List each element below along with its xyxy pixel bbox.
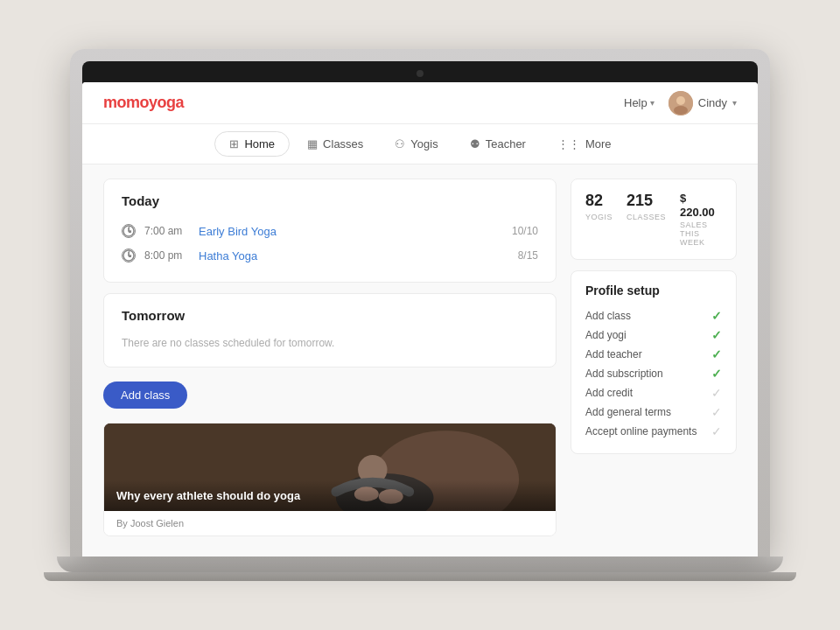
- add-class-row: Add class: [103, 378, 556, 412]
- tomorrow-empty-message: There are no classes scheduled for tomor…: [122, 333, 538, 353]
- profile-item-add-credit: Add credit ✓: [585, 383, 722, 402]
- class-item: 7:00 am Early Bird Yoga 10/10: [122, 219, 538, 243]
- profile-item-add-class: Add class ✓: [585, 306, 722, 326]
- check-icon-gray: ✓: [711, 405, 722, 419]
- today-card: Today 7:00 am: [103, 178, 556, 283]
- profile-item-label: Add teacher: [585, 348, 642, 360]
- screen-bezel: momoyoga Help ▾: [82, 61, 758, 556]
- profile-item-online-payments: Accept online payments ✓: [585, 422, 722, 441]
- header: momoyoga Help ▾: [82, 82, 758, 124]
- svg-point-2: [674, 106, 688, 115]
- tomorrow-card: Tomorrow There are no classes scheduled …: [103, 293, 556, 368]
- calendar-icon: ▦: [307, 137, 318, 150]
- blog-author: By Joost Gielen: [104, 511, 556, 536]
- profile-item-label: Accept online payments: [585, 425, 696, 438]
- svg-point-6: [123, 250, 134, 261]
- user-menu-button[interactable]: Cindy ▾: [668, 91, 737, 116]
- class-name-1[interactable]: Early Bird Yoga: [199, 225, 503, 238]
- header-right: Help ▾: [624, 91, 737, 116]
- yogis-label: YOGIS: [585, 213, 612, 221]
- add-class-button[interactable]: Add class: [103, 382, 187, 409]
- clock-icon: [122, 224, 136, 238]
- yogis-value: 82: [585, 192, 603, 211]
- sales-label: SALES THIS WEEK: [680, 220, 722, 247]
- nav-item-yogis[interactable]: ⚇ Yogis: [381, 131, 452, 157]
- navigation: ⊞ Home ▦ Classes ⚇ Yogis ⚉: [82, 124, 758, 164]
- laptop-foot: [44, 572, 796, 581]
- class-time-2: 8:00 pm: [144, 249, 190, 262]
- check-icon-green: ✓: [711, 328, 722, 342]
- stat-sales: $ 220.00 SALES THIS WEEK: [680, 192, 722, 247]
- check-icon-gray: ✓: [711, 386, 722, 400]
- profile-item-label: Add general terms: [585, 406, 671, 418]
- nav-item-more[interactable]: ⋮⋮ More: [543, 131, 626, 157]
- sales-value: $ 220.00: [680, 192, 722, 219]
- dots-icon: ⋮⋮: [557, 137, 580, 150]
- laptop-shell: momoyoga Help ▾: [70, 49, 770, 556]
- today-title: Today: [122, 193, 538, 208]
- help-button[interactable]: Help ▾: [624, 96, 654, 109]
- svg-point-3: [123, 226, 134, 236]
- blog-card: Why every athlete should do yoga By Joos…: [103, 423, 556, 536]
- check-icon-green: ✓: [711, 367, 722, 381]
- profile-item-label: Add subscription: [585, 368, 663, 380]
- blog-image: Why every athlete should do yoga: [104, 424, 556, 511]
- profile-item-label: Add credit: [585, 387, 633, 399]
- profile-item-label: Add yogi: [585, 329, 626, 341]
- screen-content: momoyoga Help ▾: [82, 82, 758, 556]
- nav-item-classes[interactable]: ▦ Classes: [293, 131, 377, 157]
- person-icon: ⚉: [470, 137, 480, 150]
- stat-classes: 215 CLASSES: [626, 192, 666, 247]
- profile-setup-card: Profile setup Add class ✓ Add yogi ✓: [570, 270, 737, 454]
- check-icon-gray: ✓: [711, 424, 722, 438]
- profile-item-add-subscription: Add subscription ✓: [585, 364, 722, 383]
- check-icon-green: ✓: [711, 309, 722, 323]
- camera-dot: [416, 70, 424, 77]
- main-content: Today 7:00 am: [82, 164, 758, 556]
- profile-item-add-teacher: Add teacher ✓: [585, 345, 722, 364]
- right-column: 82 YOGIS 215 CLASSES $ 220.00 SALES THIS…: [570, 178, 737, 542]
- class-name-2[interactable]: Hatha Yoga: [199, 249, 509, 262]
- stat-yogis: 82 YOGIS: [585, 192, 612, 247]
- chevron-down-icon: ▾: [732, 98, 737, 108]
- left-column: Today 7:00 am: [103, 178, 556, 542]
- blog-overlay: Why every athlete should do yoga: [104, 480, 556, 511]
- profile-item-general-terms: Add general terms ✓: [585, 402, 722, 422]
- classes-label: CLASSES: [626, 213, 666, 221]
- check-icon-green: ✓: [711, 347, 722, 361]
- logo: momoyoga: [103, 94, 184, 112]
- laptop-base: [57, 556, 783, 572]
- class-count-2: 8/15: [518, 249, 538, 262]
- class-item: 8:00 pm Hatha Yoga 8/15: [122, 243, 538, 268]
- svg-point-1: [676, 96, 685, 105]
- avatar: [668, 91, 693, 116]
- class-time-1: 7:00 am: [144, 225, 190, 237]
- clock-icon: [122, 248, 136, 262]
- chevron-down-icon: ▾: [650, 98, 654, 108]
- class-count-1: 10/10: [512, 225, 538, 237]
- stats-card: 82 YOGIS 215 CLASSES $ 220.00 SALES THIS…: [570, 178, 737, 260]
- profile-setup-title: Profile setup: [585, 284, 722, 298]
- nav-item-teacher[interactable]: ⚉ Teacher: [456, 131, 540, 157]
- grid-icon: ⊞: [229, 137, 239, 150]
- app-container: momoyoga Help ▾: [82, 82, 758, 556]
- classes-value: 215: [626, 192, 653, 211]
- nav-item-home[interactable]: ⊞ Home: [214, 131, 290, 157]
- people-icon: ⚇: [395, 137, 405, 150]
- blog-title[interactable]: Why every athlete should do yoga: [116, 489, 543, 502]
- tomorrow-title: Tomorrow: [122, 308, 538, 323]
- profile-item-add-yogi: Add yogi ✓: [585, 326, 722, 345]
- profile-item-label: Add class: [585, 310, 631, 322]
